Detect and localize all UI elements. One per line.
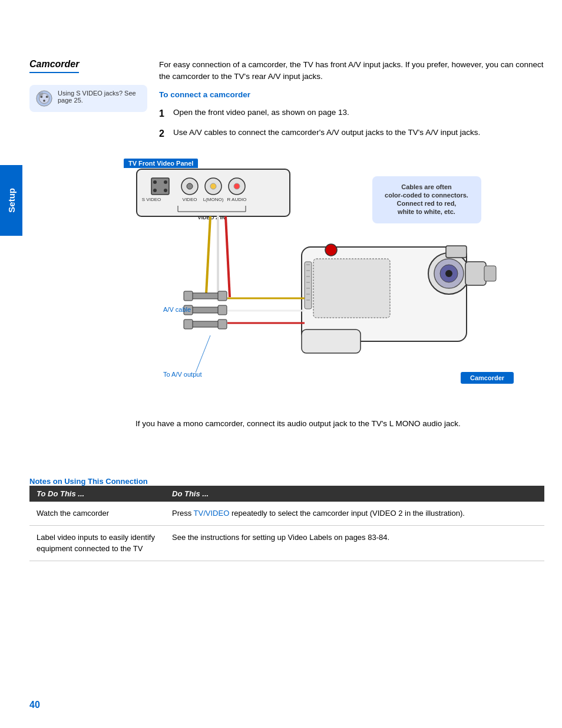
table-row: Label video inputs to easily identify eq… (29, 525, 544, 561)
svg-text:white to white, etc.: white to white, etc. (397, 208, 455, 215)
section-title: Camcorder (29, 59, 79, 73)
svg-rect-7 (151, 178, 169, 195)
sidebar-label: Setup (6, 188, 16, 213)
svg-text:Cables are often: Cables are often (401, 183, 452, 190)
svg-point-8 (153, 180, 157, 184)
intro-text: For easy connection of a camcorder, the … (159, 59, 544, 83)
svg-rect-32 (190, 307, 219, 313)
svg-point-3 (46, 95, 48, 98)
col1-header: To Do This ... (29, 486, 165, 502)
step-num-2: 2 (159, 127, 168, 141)
step-num-1: 1 (159, 107, 168, 121)
svg-line-26 (206, 216, 210, 294)
svg-point-4 (43, 100, 45, 102)
table-header: To Do This ... Do This ... (29, 486, 544, 502)
svg-rect-5 (39, 93, 44, 96)
svg-point-54 (325, 244, 337, 256)
svg-text:S VIDEO: S VIDEO (142, 197, 161, 202)
svg-rect-52 (302, 330, 361, 353)
notes-heading: Notes on Using This Connection (29, 477, 544, 486)
svg-rect-35 (190, 321, 219, 327)
section-right: For easy connection of a camcorder, the … (159, 59, 544, 147)
step-2-text: Use A/V cables to connect the camcorder'… (173, 127, 480, 141)
svg-text:L(MONO): L(MONO) (203, 197, 224, 202)
svg-point-2 (40, 95, 42, 98)
svg-text:color-coded to connectors.: color-coded to connectors. (385, 192, 468, 199)
svg-text:Camcorder: Camcorder (470, 374, 505, 381)
todo-cell: Watch the camcorder (29, 502, 165, 525)
step-1: 1 Open the front video panel, as shown o… (159, 107, 544, 121)
tv-video-link[interactable]: TV/VIDEO (194, 509, 230, 518)
svg-text:A/V cable: A/V cable (163, 306, 191, 313)
bottom-paragraph: If you have a mono camcorder, connect it… (135, 418, 527, 430)
svg-text:VIDEO 2 IN: VIDEO 2 IN (197, 215, 225, 220)
col2-header: Do This ... (165, 486, 544, 502)
svg-point-50 (445, 270, 452, 277)
steps-list: 1 Open the front video panel, as shown o… (159, 107, 544, 141)
svg-rect-51 (446, 246, 467, 258)
page-number: 40 (29, 700, 40, 710)
todo-cell: Label video inputs to easily identify eq… (29, 525, 165, 561)
svg-rect-30 (184, 291, 193, 301)
notes-table: To Do This ... Do This ... Watch the cam… (29, 486, 544, 561)
sidebar-tab: Setup (0, 165, 22, 236)
svideo-icon (35, 90, 53, 107)
tip-box: Using S VIDEO jacks? See page 25. (29, 85, 147, 112)
bottom-text: If you have a mono camcorder, connect it… (135, 418, 527, 430)
svg-rect-31 (218, 291, 227, 301)
section-header: Camcorder Using S VIDEO jacks? See page … (29, 59, 544, 147)
svg-rect-53 (313, 259, 390, 318)
diagram-svg: S VIDEO VIDEO L(MONO) R AUDIO VIDEO 2 IN (106, 159, 544, 406)
svg-point-9 (164, 180, 167, 184)
svg-text:R  AUDIO: R AUDIO (227, 197, 247, 202)
svg-rect-34 (218, 305, 227, 315)
svg-rect-63 (465, 262, 486, 285)
svg-point-10 (153, 189, 157, 192)
table-row: Watch the camcorderPress TV/VIDEO repeat… (29, 502, 544, 525)
svg-point-15 (210, 183, 216, 189)
svg-point-13 (187, 183, 193, 189)
svg-point-11 (164, 189, 167, 192)
table-body: Watch the camcorderPress TV/VIDEO repeat… (29, 502, 544, 561)
svg-rect-37 (218, 319, 227, 329)
svg-rect-64 (484, 266, 496, 281)
main-content: Camcorder Using S VIDEO jacks? See page … (29, 0, 544, 477)
section-left: Camcorder Using S VIDEO jacks? See page … (29, 59, 147, 147)
dothis-cell: Press TV/VIDEO repeatedly to select the … (165, 502, 544, 525)
svg-rect-29 (190, 293, 219, 299)
svg-text:Connect red to red,: Connect red to red, (397, 200, 457, 207)
svg-rect-36 (184, 319, 193, 329)
notes-section: Notes on Using This Connection To Do Thi… (29, 477, 544, 561)
step-1-text: Open the front video panel, as shown on … (173, 107, 349, 121)
svg-point-17 (234, 183, 240, 189)
subheading: To connect a camcorder (159, 89, 544, 101)
step-2: 2 Use A/V cables to connect the camcorde… (159, 127, 544, 141)
dothis-cell: See the instructions for setting up Vide… (165, 525, 544, 561)
svg-line-28 (226, 216, 230, 297)
tip-text: Using S VIDEO jacks? See page 25. (58, 90, 141, 104)
svg-rect-55 (305, 262, 312, 309)
diagram-area: TV Front Video Panel S VIDEO VIDEO L(MON (106, 159, 544, 406)
svg-text:VIDEO: VIDEO (183, 197, 197, 202)
svg-line-40 (196, 335, 210, 373)
